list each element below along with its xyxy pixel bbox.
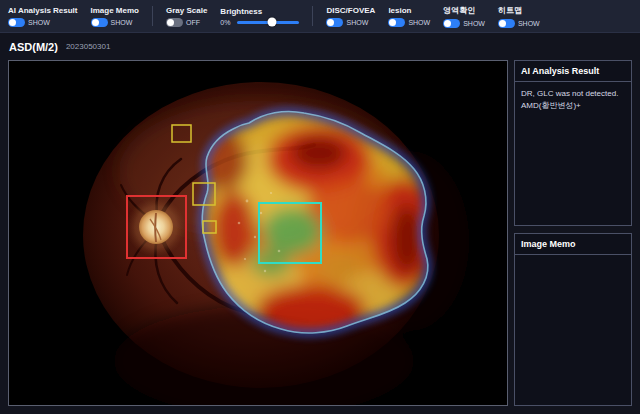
fundus-image — [9, 61, 507, 405]
toggle-ai-analysis-result[interactable] — [8, 18, 25, 27]
image-memo-header: Image Memo — [515, 234, 631, 255]
toggle-knob — [92, 19, 99, 26]
toggle-히트맵[interactable] — [498, 19, 515, 28]
toggle-image-memo[interactable] — [91, 18, 108, 27]
toggle-state-label: SHOW — [111, 19, 133, 26]
toggle-state-label: OFF — [186, 19, 200, 26]
toolbar-label: AI Analysis Result — [8, 6, 78, 15]
record-id: 2023050301 — [66, 42, 111, 51]
toolbar-group-disc-fovea: DISC/FOVEASHOW — [326, 6, 375, 27]
toggle-knob — [389, 19, 396, 26]
toggle-state-label: SHOW — [346, 19, 368, 26]
toggle-knob — [444, 20, 451, 27]
toggle-knob — [499, 20, 506, 27]
toggle-state-label: SHOW — [463, 20, 485, 27]
image-memo-panel: Image Memo — [514, 233, 632, 406]
toggle-영역확인[interactable] — [443, 19, 460, 28]
ai-analysis-result-panel: AI Analysis Result DR, GLC was not detec… — [514, 60, 632, 226]
toggle-knob — [327, 19, 334, 26]
image-memo-text[interactable] — [515, 255, 631, 267]
toggle-state-label: SHOW — [408, 19, 430, 26]
title-bar: ASD(M/2) 2023050301 — [0, 33, 640, 60]
toolbar-label: DISC/FOVEA — [326, 6, 375, 15]
toggle-gray-scale[interactable] — [166, 18, 183, 27]
toolbar-label: 히트맵 — [498, 5, 540, 16]
side-panels: AI Analysis Result DR, GLC was not detec… — [514, 60, 632, 406]
toggle-state-label: SHOW — [518, 20, 540, 27]
toolbar-label: Brightness — [220, 7, 299, 16]
toolbar-label: Gray Scale — [166, 6, 207, 15]
toggle-state-label: SHOW — [28, 19, 50, 26]
toolbar-group-lesion: lesionSHOW — [388, 6, 430, 27]
toolbar-group-ai-analysis-result: AI Analysis ResultSHOW — [8, 6, 78, 27]
toolbar-group-gray-scale: Gray ScaleOFF — [166, 6, 207, 27]
toolbar: AI Analysis ResultSHOWImage MemoSHOWGray… — [0, 0, 640, 33]
page-title: ASD(M/2) — [9, 41, 58, 53]
brightness-slider[interactable] — [237, 21, 299, 24]
main-content: AI Analysis Result DR, GLC was not detec… — [0, 60, 640, 406]
toolbar-group-image-memo: Image MemoSHOW — [91, 6, 139, 27]
brightness-slider-knob[interactable] — [267, 18, 276, 27]
toggle-knob — [9, 19, 16, 26]
brightness-value: 0% — [220, 19, 230, 26]
toolbar-label: Image Memo — [91, 6, 139, 15]
image-viewer — [8, 60, 508, 406]
toolbar-divider — [312, 6, 313, 26]
toggle-lesion[interactable] — [388, 18, 405, 27]
toolbar-divider — [152, 6, 153, 26]
toggle-disc-fovea[interactable] — [326, 18, 343, 27]
toolbar-group-영역확인: 영역확인SHOW — [443, 5, 485, 28]
toolbar-label: 영역확인 — [443, 5, 485, 16]
toggle-knob — [167, 19, 174, 26]
toolbar-group-brightness: Brightness0% — [220, 7, 299, 26]
optic-disc — [126, 197, 186, 257]
toolbar-label: lesion — [388, 6, 430, 15]
ai-analysis-result-header: AI Analysis Result — [515, 61, 631, 82]
toolbar-group-히트맵: 히트맵SHOW — [498, 5, 540, 28]
ai-analysis-result-text: DR, GLC was not detected. AMD(황반변성)+ — [515, 82, 631, 118]
